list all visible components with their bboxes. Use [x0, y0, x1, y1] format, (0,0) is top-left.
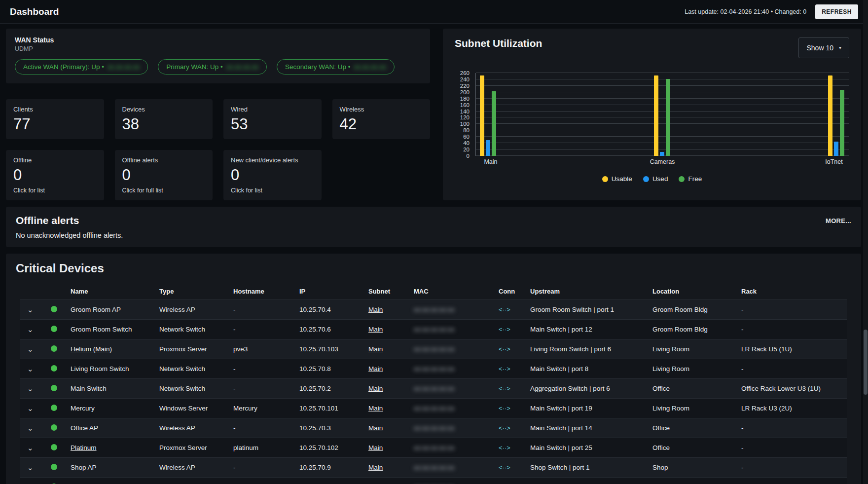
chevron-down-icon[interactable]: ⌄ — [25, 345, 36, 354]
wan-device-name: UDMP — [15, 45, 421, 52]
rack-cell: LR Rack U5 (1U) — [736, 339, 847, 359]
more-link[interactable]: MORE... — [826, 217, 851, 224]
subnet-cell: Main — [363, 339, 409, 359]
wired-connection-icon: <··> — [499, 464, 510, 471]
stat-value: 0 — [13, 167, 97, 184]
refresh-button[interactable]: REFRESH — [815, 4, 858, 19]
wan-pills: Active WAN (Primary): Up •xx.xx.xx.xxPri… — [15, 59, 421, 74]
y-axis-tick: 260 — [460, 70, 470, 76]
stat-card-offline-alerts[interactable]: Offline alerts0Click for full list — [115, 150, 213, 201]
chevron-down-icon[interactable]: ⌄ — [25, 384, 36, 393]
chevron-down-icon[interactable]: ⌄ — [25, 444, 36, 452]
conn-cell: <··> — [494, 320, 525, 339]
subnet-link[interactable]: Main — [368, 444, 383, 451]
expand-cell: ⌄ — [20, 458, 46, 478]
y-axis-tick: 180 — [460, 96, 470, 102]
wired-connection-icon: <··> — [499, 405, 510, 412]
conn-cell: <··> — [494, 399, 525, 418]
status-cell — [46, 478, 66, 484]
status-dot-online — [51, 424, 57, 431]
chevron-down-icon[interactable]: ⌄ — [25, 325, 36, 334]
legend-dot — [679, 176, 685, 182]
device-name: Living Room Switch — [71, 365, 129, 372]
expand-cell: ⌄ — [20, 339, 46, 359]
expand-cell: ⌄ — [20, 399, 46, 418]
name-cell: Helium (Main) — [66, 339, 154, 359]
status-cell — [46, 458, 66, 478]
device-name-link[interactable]: Helium (Main) — [71, 345, 112, 353]
x-axis-label: Cameras — [647, 158, 678, 165]
location-cell: Living Room — [648, 399, 736, 418]
wan-pill-secondary-wan: Secondary WAN: Up •xx.xx.xx.xx — [277, 59, 395, 74]
mac-redacted: xx:xx:xx:xx:xx — [414, 424, 455, 432]
location-cell: Office — [648, 418, 736, 438]
stat-card-clients: Clients77 — [6, 99, 104, 139]
wan-pill-ip-redacted: xx.xx.xx.xx — [108, 63, 140, 71]
mac-cell: xx:xx:xx:xx:xx — [409, 339, 494, 359]
legend-item-usable[interactable]: Usable — [602, 175, 632, 183]
subnet-cell: Main — [363, 418, 409, 438]
offline-alerts-header: Offline alerts MORE... — [16, 215, 851, 226]
status-cell — [46, 339, 66, 359]
stat-card-offline[interactable]: Offline0Click for list — [6, 150, 104, 201]
stats-grid: Clients77Devices38Wired53Wireless42Offli… — [6, 99, 430, 200]
name-cell: Living Room Switch — [66, 359, 154, 379]
subnet-link[interactable]: Main — [368, 385, 383, 392]
legend-label: Free — [688, 175, 702, 183]
legend-item-used[interactable]: Used — [643, 175, 668, 183]
name-cell: Shop AP — [66, 458, 154, 478]
status-dot-online — [51, 345, 57, 352]
upstream-cell: Main Switch | port 14 — [525, 418, 648, 438]
subnet-link[interactable]: Main — [368, 405, 383, 412]
name-cell: Groom Room Switch — [66, 320, 154, 339]
subnet-link[interactable]: Main — [368, 365, 383, 372]
ip-cell: 10.25.70.103 — [294, 339, 363, 359]
bar-usable — [480, 75, 484, 156]
column-header-subnet: Subnet — [363, 283, 409, 300]
wired-connection-icon: <··> — [499, 444, 510, 451]
table-row: ⌄Groom Room APWireless AP-10.25.70.4Main… — [20, 300, 847, 320]
location-cell: Office — [648, 379, 736, 399]
stat-sub-text: Click for list — [13, 187, 97, 194]
stat-label: Wired — [231, 106, 314, 113]
chart-x-labels: MainCamerasIoTnet — [475, 156, 849, 165]
type-cell: Proxmox Server — [154, 438, 228, 458]
subnet-link[interactable]: Main — [368, 326, 383, 333]
scrollbar-thumb[interactable] — [864, 330, 868, 395]
offline-alerts-title: Offline alerts — [16, 215, 79, 226]
stat-card-devices: Devices38 — [115, 99, 213, 139]
status-cell — [46, 320, 66, 339]
vertical-scrollbar[interactable] — [863, 0, 868, 484]
ip-cell: 10.25.70.4 — [294, 300, 363, 320]
hostname-cell: pve3 — [228, 339, 294, 359]
chevron-down-icon[interactable]: ⌄ — [25, 365, 36, 373]
chevron-down-icon[interactable]: ⌄ — [25, 424, 36, 433]
show-count-select[interactable]: Show 10 ▾ — [798, 37, 849, 58]
chevron-down-icon[interactable]: ⌄ — [25, 404, 36, 413]
subnet-link[interactable]: Main — [368, 306, 383, 313]
table-row: ⌄PlatinumProxmox Serverplatinum10.25.70.… — [20, 438, 847, 458]
subnet-link[interactable]: Main — [368, 424, 383, 432]
status-cell — [46, 399, 66, 418]
type-cell: Network Switch — [154, 379, 228, 399]
chart-title: Subnet Utilization — [455, 37, 542, 49]
wan-pill-ip-redacted: xx.xx.xx.xx — [226, 63, 258, 71]
bar-used — [660, 152, 664, 156]
table-row: ⌄Office APWireless AP-10.25.70.3Mainxx:x… — [20, 418, 847, 438]
conn-cell: <··> — [494, 300, 525, 320]
mac-redacted: xx:xx:xx:xx:xx — [414, 345, 455, 353]
conn-cell: <··> — [494, 478, 525, 484]
device-name-link[interactable]: Platinum — [71, 444, 97, 451]
chevron-down-icon[interactable]: ⌄ — [25, 305, 36, 314]
mac-redacted: xx:xx:xx:xx:xx — [414, 306, 455, 313]
subnet-link[interactable]: Main — [368, 345, 383, 353]
chevron-down-icon[interactable]: ⌄ — [25, 463, 36, 472]
stat-card-new-client-device-alerts[interactable]: New client/device alerts0Click for list — [223, 150, 322, 201]
table-row: ⌄Groom Room SwitchNetwork Switch-10.25.7… — [20, 320, 847, 339]
y-axis-tick: 200 — [460, 89, 470, 95]
legend-item-free[interactable]: Free — [679, 175, 702, 183]
ip-cell: 10.25.70.102 — [294, 438, 363, 458]
rack-cell: - — [736, 418, 847, 438]
hostname-cell: - — [228, 320, 294, 339]
subnet-link[interactable]: Main — [368, 464, 383, 471]
